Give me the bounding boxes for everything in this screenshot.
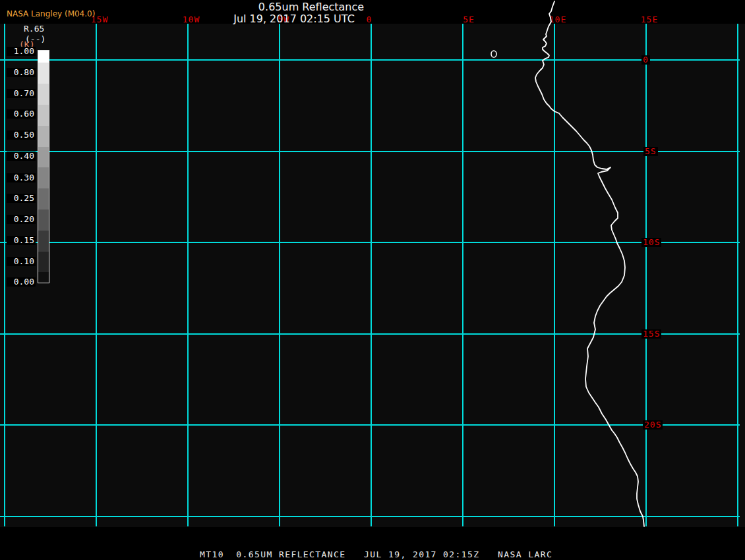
- page-subtitle-datetime: Jul 19, 2017 02:15 UTC: [233, 13, 355, 24]
- colorbar-tick-label: 0.25: [7, 194, 36, 203]
- bottom-caption: MT10 0.65UM REFLECTANCE JUL 19, 2017 02:…: [200, 550, 552, 559]
- page-title: 0.65um Reflectance: [258, 1, 364, 13]
- colorbar-segment: [38, 63, 49, 84]
- colorbar-tick-label: 0.15: [7, 236, 36, 245]
- colorbar-title: R.65: [24, 24, 44, 33]
- colorbar-tick-label: 0.40: [7, 152, 36, 161]
- colorbar-segment: [38, 210, 49, 231]
- colorbar-tick-label: 0.50: [7, 130, 36, 140]
- coastline-layer: [0, 0, 745, 560]
- colorbar-tick-label: 0.70: [7, 89, 36, 98]
- colorbar-tick-label: 0.60: [7, 109, 36, 119]
- colorbar-segment: [38, 231, 49, 252]
- colorbar-segment: [38, 51, 49, 63]
- colorbar-segment: [38, 252, 49, 272]
- colorbar-segment: [38, 272, 49, 283]
- colorbar-ramp: [38, 50, 49, 283]
- colorbar-segment: [38, 105, 49, 126]
- colorbar-segment: [38, 126, 49, 147]
- colorbar-tick-label: 0.20: [7, 215, 36, 224]
- coastline-path: [535, 1, 644, 526]
- colorbar-tick-label: 0.10: [7, 257, 36, 266]
- nasa-credit-label: NASA Langley (M04.0): [7, 10, 95, 18]
- island-outline: [491, 51, 496, 57]
- colorbar-segment: [38, 147, 49, 168]
- colorbar-segment: [38, 188, 49, 210]
- satellite-product-screen: 15W10W5W05E10E15E05S10S15S20S R.65 (--) …: [0, 0, 745, 560]
- colorbar-tick-label: 0.30: [7, 173, 36, 182]
- colorbar-tick-label: 0.00: [7, 277, 36, 287]
- colorbar-segment: [38, 84, 49, 105]
- colorbar-tick-label: 0.80: [7, 68, 36, 77]
- colorbar-segment: [38, 167, 49, 188]
- colorbar-tick-label: 1.00: [7, 47, 36, 56]
